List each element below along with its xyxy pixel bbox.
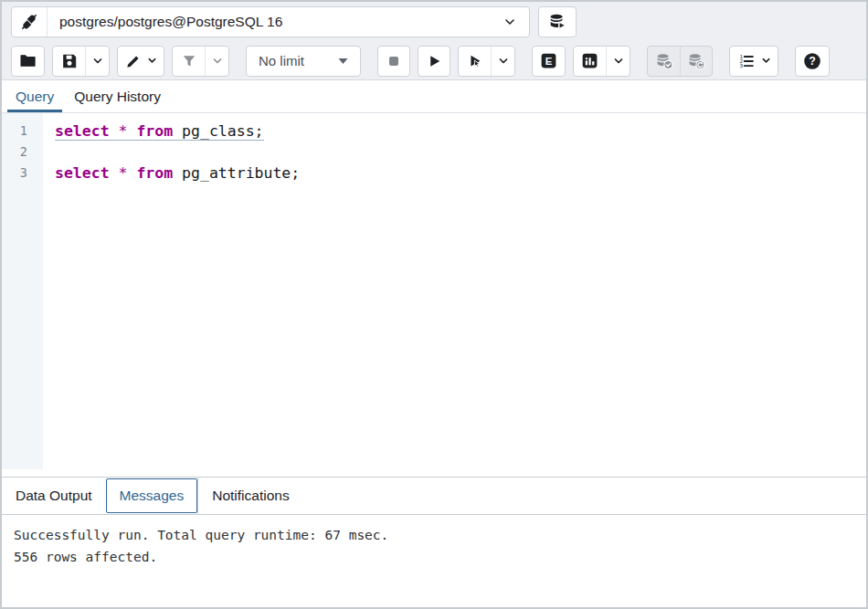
message-line-2: 556 rows affected. xyxy=(14,546,854,568)
explain-analyze-button[interactable] xyxy=(574,47,606,76)
tab-query-history[interactable]: Query History xyxy=(64,80,171,112)
chevron-down-icon xyxy=(212,56,223,67)
new-connection-button[interactable] xyxy=(538,6,577,37)
tab-query-history-label: Query History xyxy=(74,89,161,105)
connection-bar: postgres/postgres@PostgreSQL 16 xyxy=(2,2,866,42)
tab-query[interactable]: Query xyxy=(5,80,64,112)
macros-button[interactable]: 123 xyxy=(729,46,778,77)
save-icon xyxy=(60,52,79,70)
stop-icon xyxy=(385,52,403,70)
chevron-down-icon xyxy=(92,56,103,67)
toolbar: No limit xyxy=(2,42,866,80)
query-tool-window: postgres/postgres@PostgreSQL 16 xyxy=(0,0,868,609)
execute-query-button[interactable] xyxy=(459,47,491,76)
save-button[interactable] xyxy=(53,47,85,76)
tab-query-label: Query xyxy=(16,89,54,105)
database-check-icon xyxy=(654,51,674,71)
tab-data-output[interactable]: Data Output xyxy=(2,478,106,514)
filter-button-group xyxy=(172,46,229,77)
execute-script-button[interactable] xyxy=(418,46,450,77)
connection-select[interactable]: postgres/postgres@PostgreSQL 16 xyxy=(48,7,529,37)
connection-status-button[interactable] xyxy=(12,7,48,37)
line-number: 2 xyxy=(2,142,43,163)
commit-button[interactable] xyxy=(648,47,680,76)
folder-icon xyxy=(18,51,37,70)
database-arrow-icon xyxy=(547,12,567,32)
row-limit-value: No limit xyxy=(259,53,304,68)
chevron-down-icon xyxy=(147,56,157,66)
chevron-down-icon xyxy=(503,16,516,28)
filter-options-button[interactable] xyxy=(205,47,228,76)
code-line-2 xyxy=(55,142,866,163)
line-number: 1 xyxy=(2,121,43,142)
chevron-down-icon xyxy=(613,56,624,67)
play-icon xyxy=(425,52,443,70)
svg-text:?: ? xyxy=(809,55,816,68)
tab-data-output-label: Data Output xyxy=(16,488,92,504)
tab-notifications-label: Notifications xyxy=(212,488,289,504)
help-icon: ? xyxy=(802,51,822,71)
plug-icon xyxy=(19,12,39,32)
connection-select-value: postgres/postgres@PostgreSQL 16 xyxy=(59,14,282,30)
row-limit-select[interactable]: No limit xyxy=(246,46,361,77)
tab-messages[interactable]: Messages xyxy=(106,478,198,513)
explain-options-button[interactable] xyxy=(606,47,630,76)
code-line-3: select * from pg_attribute; xyxy=(55,163,866,184)
pencil-icon xyxy=(124,52,143,70)
stop-button[interactable] xyxy=(377,46,410,77)
code-line-1: select * from pg_class; xyxy=(55,121,866,142)
caret-down-icon xyxy=(338,58,348,65)
chevron-down-icon xyxy=(761,56,771,66)
filter-icon xyxy=(180,52,198,70)
explain-button[interactable]: E xyxy=(532,46,566,77)
tab-notifications[interactable]: Notifications xyxy=(198,478,302,514)
bar-chart-icon xyxy=(580,51,599,70)
tab-messages-label: Messages xyxy=(120,488,185,504)
save-options-button[interactable] xyxy=(85,47,109,76)
numbered-list-icon: 123 xyxy=(736,51,757,71)
line-number: 3 xyxy=(2,163,43,184)
output-tabbar: Data Output Messages Notifications xyxy=(2,477,866,515)
line-number-gutter: 1 2 3 xyxy=(2,113,43,469)
svg-text:3: 3 xyxy=(740,62,743,68)
edit-button[interactable] xyxy=(117,46,164,77)
editor-tabbar: Query Query History xyxy=(2,80,866,113)
execute-query-group xyxy=(458,46,515,77)
database-rollback-icon xyxy=(686,51,706,71)
message-line-1: Successfully run. Total query runtime: 6… xyxy=(14,524,854,546)
transaction-group xyxy=(647,46,713,77)
open-file-button[interactable] xyxy=(11,46,45,77)
connection-group: postgres/postgres@PostgreSQL 16 xyxy=(11,6,530,37)
rollback-button[interactable] xyxy=(680,47,712,76)
play-cursor-icon xyxy=(466,52,484,70)
chevron-down-icon xyxy=(498,56,509,67)
execute-options-button[interactable] xyxy=(491,47,514,76)
messages-panel: Successfully run. Total query runtime: 6… xyxy=(2,515,866,607)
explain-analyze-group xyxy=(573,46,630,77)
save-button-group xyxy=(52,46,110,77)
explain-icon: E xyxy=(539,51,558,70)
svg-text:E: E xyxy=(545,56,553,67)
help-button[interactable]: ? xyxy=(795,46,830,77)
filter-button[interactable] xyxy=(173,47,205,76)
sql-editor[interactable]: 1 2 3 select * from pg_class; select * f… xyxy=(2,113,866,477)
code-area[interactable]: select * from pg_class; select * from pg… xyxy=(43,113,866,477)
